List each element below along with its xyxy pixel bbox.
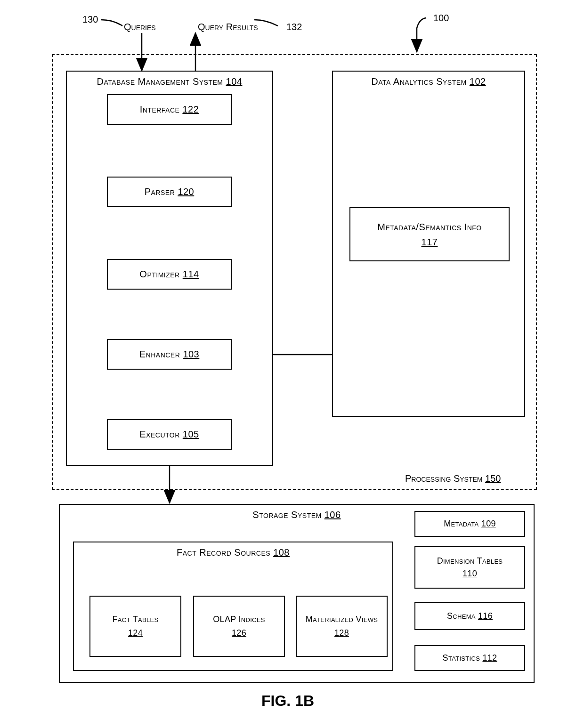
dimension-tables-box: Dimension Tables 110 <box>414 546 525 589</box>
metadata-box: Metadata 109 <box>414 511 525 537</box>
executor-ref: 105 <box>183 429 199 439</box>
schema-ref: 116 <box>478 611 493 621</box>
schema-row: Schema 116 <box>447 611 493 621</box>
dbms-title: Database Management System <box>97 76 226 87</box>
data-analytics-title: Data Analytics System <box>371 76 470 87</box>
processing-system-text: Processing System <box>405 473 485 484</box>
figure-label: FIG. 1B <box>261 692 314 710</box>
executor-title: Executor <box>139 429 183 439</box>
label-query-results: Query Results <box>198 22 258 32</box>
metadata-semantics-row: Metadata/Semantics Info 117 <box>377 219 482 250</box>
metadata-row: Metadata 109 <box>444 519 496 529</box>
statistics-box: Statistics 112 <box>414 645 525 671</box>
storage-system-title: Storage System <box>252 510 324 520</box>
materialized-views-row: Materialized Views 128 <box>306 613 378 640</box>
fact-record-sources-title: Fact Record Sources <box>177 547 273 558</box>
data-analytics-row: Data Analytics System 102 <box>371 76 486 87</box>
parser-ref: 120 <box>178 186 194 197</box>
storage-system-ref: 106 <box>324 510 341 520</box>
parser-row: Parser 120 <box>145 186 195 197</box>
metadata-semantics-ref: 117 <box>422 237 438 247</box>
ref-130: 130 <box>82 14 98 25</box>
metadata-semantics-box: Metadata/Semantics Info 117 <box>349 207 510 261</box>
dimension-tables-ref: 110 <box>462 569 477 578</box>
fact-tables-row: Fact Tables 124 <box>113 613 159 640</box>
materialized-views-ref: 128 <box>334 628 349 638</box>
storage-system-row: Storage System 106 <box>252 510 341 520</box>
dimension-tables-title: Dimension Tables <box>437 556 503 566</box>
fact-record-sources-row: Fact Record Sources 108 <box>177 547 290 558</box>
olap-indices-title: OLAP Indices <box>213 615 265 624</box>
enhancer-box: Enhancer 103 <box>107 339 232 370</box>
dbms-title-row: Database Management System 104 <box>97 76 243 87</box>
metadata-title: Metadata <box>444 519 481 528</box>
metadata-ref: 109 <box>481 519 496 528</box>
executor-box: Executor 105 <box>107 419 232 450</box>
schema-title: Schema <box>447 611 478 621</box>
fact-tables-title: Fact Tables <box>113 615 159 624</box>
fact-tables-box: Fact Tables 124 <box>89 596 181 657</box>
fact-record-sources-ref: 108 <box>273 547 290 558</box>
optimizer-title: Optimizer <box>139 269 182 279</box>
interface-box: Interface 122 <box>107 94 232 125</box>
olap-indices-row: OLAP Indices 126 <box>213 613 265 640</box>
optimizer-box: Optimizer 114 <box>107 259 232 290</box>
optimizer-row: Optimizer 114 <box>139 269 199 280</box>
schema-box: Schema 116 <box>414 602 525 630</box>
interface-ref: 122 <box>182 104 199 114</box>
interface-title: Interface <box>140 104 183 114</box>
dbms-ref: 104 <box>226 76 243 87</box>
processing-system-ref: 150 <box>485 473 501 484</box>
ref-132: 132 <box>286 22 302 32</box>
statistics-row: Statistics 112 <box>443 653 497 663</box>
enhancer-title: Enhancer <box>139 349 183 359</box>
interface-row: Interface 122 <box>140 104 199 115</box>
materialized-views-box: Materialized Views 128 <box>296 596 388 657</box>
processing-system-label: Processing System 150 <box>405 473 501 484</box>
olap-indices-box: OLAP Indices 126 <box>193 596 285 657</box>
parser-box: Parser 120 <box>107 177 232 207</box>
parser-title: Parser <box>145 186 178 197</box>
statistics-title: Statistics <box>443 653 483 663</box>
statistics-ref: 112 <box>482 653 497 663</box>
dimension-tables-row: Dimension Tables 110 <box>437 555 503 580</box>
executor-row: Executor 105 <box>139 429 199 440</box>
enhancer-ref: 103 <box>183 349 199 359</box>
olap-indices-ref: 126 <box>232 628 246 638</box>
enhancer-row: Enhancer 103 <box>139 349 200 360</box>
metadata-semantics-title: Metadata/Semantics Info <box>377 222 482 232</box>
label-queries: Queries <box>124 22 156 32</box>
optimizer-ref: 114 <box>183 269 199 279</box>
ref-100: 100 <box>433 13 449 24</box>
data-analytics-ref: 102 <box>470 76 486 87</box>
fact-tables-ref: 124 <box>128 628 143 638</box>
diagram-canvas: 130 Queries Query Results 132 100 Proces… <box>9 9 575 719</box>
materialized-views-title: Materialized Views <box>306 615 378 624</box>
